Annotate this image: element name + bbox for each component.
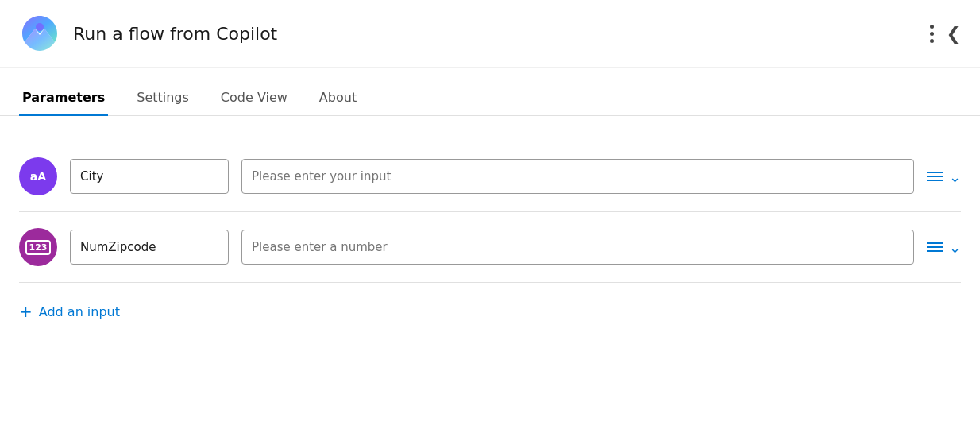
avatar-city-label: aA <box>30 170 46 183</box>
avatar-numzipcode-label: 123 <box>25 240 52 255</box>
avatar-city: aA <box>19 157 57 195</box>
field-value-city[interactable] <box>241 159 914 194</box>
add-input-button[interactable]: + Add an input <box>19 302 961 321</box>
add-input-label: Add an input <box>39 304 120 319</box>
app-header: Run a flow from Copilot ❮ <box>0 0 980 68</box>
field-value-numzipcode[interactable] <box>241 230 914 265</box>
main-content: aA ⌄ 123 ⌄ + Add <box>0 116 980 346</box>
expand-numzipcode-button[interactable]: ⌄ <box>949 239 961 256</box>
field-name-numzipcode[interactable] <box>70 230 229 265</box>
back-button[interactable]: ❮ <box>947 24 961 44</box>
plus-icon: + <box>19 302 33 321</box>
tab-settings[interactable]: Settings <box>133 80 192 116</box>
header-right: ❮ <box>930 24 961 44</box>
app-title: Run a flow from Copilot <box>73 24 277 44</box>
svg-point-0 <box>36 23 44 31</box>
field-name-city[interactable] <box>70 159 229 194</box>
tab-parameters[interactable]: Parameters <box>19 80 108 116</box>
tab-about[interactable]: About <box>316 80 360 116</box>
menu-icon-numzipcode[interactable] <box>927 242 943 252</box>
tab-nav: Parameters Settings Code View About <box>0 80 980 116</box>
menu-icon-city[interactable] <box>927 172 943 181</box>
copilot-logo <box>19 13 60 54</box>
input-row-city: aA ⌄ <box>19 141 961 212</box>
expand-city-button[interactable]: ⌄ <box>949 168 961 185</box>
header-left: Run a flow from Copilot <box>19 13 277 54</box>
input-row-numzipcode: 123 ⌄ <box>19 212 961 283</box>
more-options-button[interactable] <box>930 25 934 43</box>
row-controls-city: ⌄ <box>927 168 961 185</box>
tab-code-view[interactable]: Code View <box>218 80 291 116</box>
avatar-numzipcode: 123 <box>19 228 57 266</box>
row-controls-numzipcode: ⌄ <box>927 239 961 256</box>
